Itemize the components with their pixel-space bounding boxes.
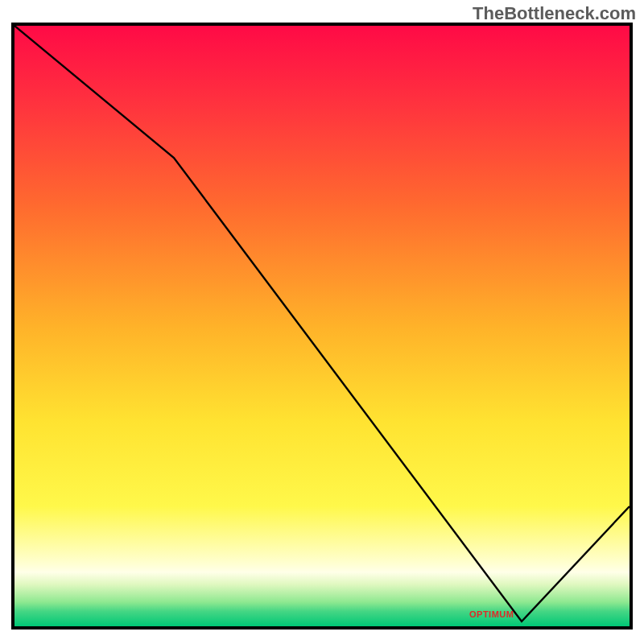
plot-area: OPTIMUM <box>11 23 633 630</box>
optimum-label: OPTIMUM <box>469 609 514 619</box>
watermark-text: TheBottleneck.com <box>473 3 636 24</box>
bottleneck-curve <box>14 26 630 626</box>
chart-canvas: TheBottleneck.com OPTIMUM <box>0 0 644 644</box>
